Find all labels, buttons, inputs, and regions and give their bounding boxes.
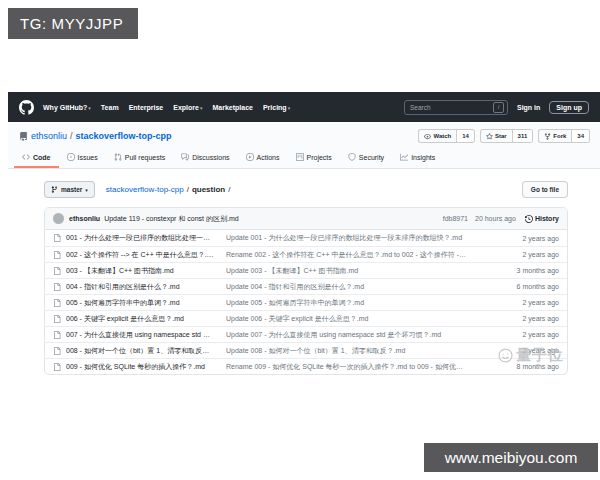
history-button[interactable]: History bbox=[525, 215, 559, 223]
file-row[interactable]: 003 - 【未翻译】C++ 图书指南.mdUpdate 003 - 【未翻译】… bbox=[45, 262, 567, 278]
commit-author-link[interactable]: ethsonliu bbox=[69, 215, 100, 222]
breadcrumb-trailing-slash: / bbox=[228, 185, 230, 194]
file-name-link[interactable]: 006 - 关键字 explicit 是什么意思？.md bbox=[66, 314, 216, 324]
file-icon bbox=[53, 347, 61, 355]
latest-commit-bar: ethsonliu Update 119 - constexpr 和 const… bbox=[45, 208, 567, 230]
repo-separator: / bbox=[70, 131, 73, 141]
nav-item-why-github[interactable]: Why GitHub?▾ bbox=[43, 104, 91, 111]
file-name-link[interactable]: 008 - 如何对一个位（bit）置 1、清零和取反？.md bbox=[66, 346, 216, 356]
commit-message-link[interactable]: Update 119 - constexpr 和 const 的区别.md bbox=[104, 214, 238, 224]
file-row[interactable]: 008 - 如何对一个位（bit）置 1、清零和取反？.mdUpdate 008… bbox=[45, 342, 567, 358]
actions-icon bbox=[246, 153, 254, 161]
nav-item-marketplace[interactable]: Marketplace bbox=[212, 104, 252, 111]
tab-insights[interactable]: Insights bbox=[392, 148, 443, 168]
repo-book-icon bbox=[19, 132, 28, 141]
repo-owner-link[interactable]: ethsonliu bbox=[31, 131, 67, 141]
tab-discussions[interactable]: Discussions bbox=[173, 148, 237, 168]
file-commit-message-link[interactable]: Update 005 - 如何遍历字符串中的单词？.md bbox=[226, 298, 466, 308]
search-input[interactable]: Search / bbox=[404, 100, 508, 115]
fork-button[interactable]: Fork34 bbox=[538, 129, 590, 143]
header-nav: Why GitHub?▾TeamEnterpriseExplore▾Market… bbox=[43, 104, 290, 111]
commit-hash-link[interactable]: fdb8971 bbox=[443, 215, 468, 222]
branch-selector-button[interactable]: master ▾ bbox=[44, 181, 95, 198]
tab-pull-requests[interactable]: Pull requests bbox=[106, 148, 173, 168]
tab-label: Pull requests bbox=[125, 154, 165, 161]
file-name-link[interactable]: 005 - 如何遍历字符串中的单词？.md bbox=[66, 298, 216, 308]
file-icon bbox=[53, 331, 61, 339]
file-commit-message-link[interactable]: Update 003 - 【未翻译】C++ 图书指南.md bbox=[226, 266, 466, 276]
star-button[interactable]: Star311 bbox=[480, 129, 533, 143]
nav-item-pricing[interactable]: Pricing▾ bbox=[263, 104, 290, 111]
file-name-link[interactable]: 004 - 指针和引用的区别是什么？.md bbox=[66, 282, 216, 292]
file-row[interactable]: 009 - 如何优化 SQLite 每秒的插入操作？.mdRename 009 … bbox=[45, 358, 567, 374]
tab-label: Issues bbox=[78, 154, 98, 161]
file-name-link[interactable]: 009 - 如何优化 SQLite 每秒的插入操作？.md bbox=[66, 362, 216, 372]
sign-up-button[interactable]: Sign up bbox=[549, 101, 589, 114]
insights-icon bbox=[400, 153, 408, 161]
tab-projects[interactable]: Projects bbox=[288, 148, 340, 168]
avatar[interactable] bbox=[53, 213, 64, 224]
file-name-link[interactable]: 001 - 为什么处理一段已排序的数组比处理一段未排序的数组快？.md bbox=[66, 233, 216, 243]
security-icon bbox=[348, 153, 356, 161]
tab-code[interactable]: Code bbox=[14, 148, 59, 168]
file-commit-message-link[interactable]: Rename 002 - 这个操作符在 C++ 中是什么意思？.md to 00… bbox=[226, 250, 466, 260]
branch-row: master ▾ stackoverflow-top-cpp / questio… bbox=[44, 181, 568, 198]
branch-name: master bbox=[61, 186, 82, 193]
file-row[interactable]: 006 - 关键字 explicit 是什么意思？.mdUpdate 006 -… bbox=[45, 310, 567, 326]
search-placeholder: Search bbox=[410, 104, 431, 111]
file-icon bbox=[53, 234, 61, 242]
github-page: Why GitHub?▾TeamEnterpriseExplore▾Market… bbox=[8, 92, 600, 375]
file-icon bbox=[53, 363, 61, 371]
file-name-link[interactable]: 007 - 为什么直接使用 using namespace std 是个坏习惯？… bbox=[66, 330, 216, 340]
file-browser: ethsonliu Update 119 - constexpr 和 const… bbox=[44, 207, 568, 375]
nav-item-enterprise[interactable]: Enterprise bbox=[129, 104, 164, 111]
file-name-link[interactable]: 002 - 这个操作符 --> 在 C++ 中是什么意思？.md bbox=[66, 250, 216, 260]
go-to-file-button[interactable]: Go to file bbox=[522, 181, 568, 198]
breadcrumb: stackoverflow-top-cpp / question / bbox=[106, 185, 231, 194]
file-row[interactable]: 004 - 指针和引用的区别是什么？.mdUpdate 004 - 指针和引用的… bbox=[45, 278, 567, 294]
tab-label: Insights bbox=[411, 154, 435, 161]
star-count[interactable]: 311 bbox=[512, 130, 533, 142]
file-age: 2 years ago bbox=[522, 235, 559, 242]
discussion-icon bbox=[181, 153, 189, 161]
nav-item-explore[interactable]: Explore▾ bbox=[173, 104, 202, 111]
file-age: 8 months ago bbox=[517, 363, 559, 370]
repo-name-link[interactable]: stackoverflow-top-cpp bbox=[76, 131, 172, 141]
github-logo-icon[interactable] bbox=[19, 100, 34, 115]
file-commit-message-link[interactable]: Update 006 - 关键字 explicit 是什么意思？.md bbox=[226, 314, 466, 324]
file-name-link[interactable]: 003 - 【未翻译】C++ 图书指南.md bbox=[66, 266, 216, 276]
tab-actions[interactable]: Actions bbox=[238, 148, 288, 168]
watch-count[interactable]: 14 bbox=[456, 130, 474, 142]
file-commit-message-link[interactable]: Update 001 - 为什么处理一段已排序的数组比处理一段未排序的数组快？.… bbox=[226, 233, 466, 243]
file-row[interactable]: 002 - 这个操作符 --> 在 C++ 中是什么意思？.mdRename 0… bbox=[45, 246, 567, 262]
file-age: 2 years ago bbox=[522, 331, 559, 338]
file-age: 2 years ago bbox=[522, 347, 559, 354]
file-row[interactable]: 007 - 为什么直接使用 using namespace std 是个坏习惯？… bbox=[45, 326, 567, 342]
history-label: History bbox=[535, 215, 559, 222]
sign-in-link[interactable]: Sign in bbox=[517, 104, 540, 111]
tab-label: Actions bbox=[257, 154, 280, 161]
nav-item-team[interactable]: Team bbox=[101, 104, 119, 111]
file-commit-message-link[interactable]: Update 004 - 指针和引用的区别是什么？.md bbox=[226, 282, 466, 292]
watch-button[interactable]: Watch14 bbox=[418, 129, 474, 143]
repo-actions: Watch14Star311Fork34 bbox=[418, 129, 590, 143]
file-icon bbox=[53, 299, 61, 307]
tab-issues[interactable]: Issues bbox=[59, 148, 106, 168]
file-icon bbox=[53, 315, 61, 323]
github-header: Why GitHub?▾TeamEnterpriseExplore▾Market… bbox=[8, 92, 600, 122]
tab-security[interactable]: Security bbox=[340, 148, 392, 168]
file-commit-message-link[interactable]: Update 008 - 如何对一个位（bit）置 1、清零和取反？.md bbox=[226, 346, 466, 356]
projects-icon bbox=[296, 153, 304, 161]
repo-title: ethsonliu / stackoverflow-top-cpp bbox=[19, 131, 172, 141]
chevron-down-icon: ▾ bbox=[288, 105, 291, 111]
fork-count[interactable]: 34 bbox=[571, 130, 589, 142]
file-list: 001 - 为什么处理一段已排序的数组比处理一段未排序的数组快？.mdUpdat… bbox=[45, 230, 567, 374]
breadcrumb-separator: / bbox=[187, 185, 189, 194]
file-commit-message-link[interactable]: Update 007 - 为什么直接使用 using namespace std… bbox=[226, 330, 466, 340]
file-icon bbox=[53, 283, 61, 291]
file-row[interactable]: 005 - 如何遍历字符串中的单词？.mdUpdate 005 - 如何遍历字符… bbox=[45, 294, 567, 310]
issue-icon bbox=[67, 153, 75, 161]
breadcrumb-repo-link[interactable]: stackoverflow-top-cpp bbox=[106, 185, 184, 194]
file-row[interactable]: 001 - 为什么处理一段已排序的数组比处理一段未排序的数组快？.mdUpdat… bbox=[45, 230, 567, 246]
file-commit-message-link[interactable]: Rename 009 - 如何优化 SQLite 每秒一次的插入操作？.md t… bbox=[226, 362, 466, 372]
